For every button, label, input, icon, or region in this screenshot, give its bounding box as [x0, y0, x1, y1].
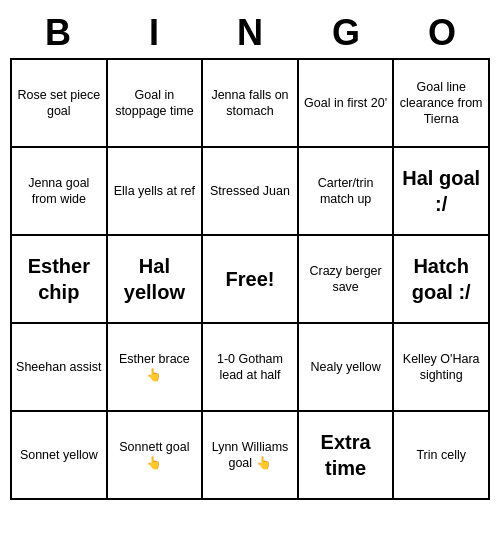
cell-text-24: Trin celly: [416, 447, 466, 463]
bingo-cell-11[interactable]: Hal yellow: [108, 236, 204, 324]
cell-text-0: Rose set piece goal: [15, 87, 103, 120]
bingo-cell-0[interactable]: Rose set piece goal: [12, 60, 108, 148]
cell-text-16: Esther brace 👆: [111, 351, 199, 384]
bingo-cell-4[interactable]: Goal line clearance from Tierna: [394, 60, 490, 148]
cell-text-20: Sonnet yellow: [20, 447, 98, 463]
bingo-cell-24[interactable]: Trin celly: [394, 412, 490, 500]
cell-text-7: Stressed Juan: [210, 183, 290, 199]
cell-text-8: Carter/trin match up: [302, 175, 390, 208]
bingo-cell-18[interactable]: Nealy yellow: [299, 324, 395, 412]
bingo-letter-o: O: [394, 8, 490, 58]
bingo-cell-1[interactable]: Goal in stoppage time: [108, 60, 204, 148]
cell-text-10: Esther chip: [15, 253, 103, 305]
bingo-letter-n: N: [202, 8, 298, 58]
cell-text-14: Hatch goal :/: [397, 253, 485, 305]
cell-text-23: Extra time: [302, 429, 390, 481]
cell-text-22: Lynn Williams goal 👆: [206, 439, 294, 472]
cell-text-9: Hal goal :/: [397, 165, 485, 217]
bingo-cell-15[interactable]: Sheehan assist: [12, 324, 108, 412]
bingo-header: BINGO: [10, 8, 490, 58]
bingo-cell-17[interactable]: 1-0 Gotham lead at half: [203, 324, 299, 412]
bingo-cell-8[interactable]: Carter/trin match up: [299, 148, 395, 236]
bingo-cell-5[interactable]: Jenna goal from wide: [12, 148, 108, 236]
bingo-cell-20[interactable]: Sonnet yellow: [12, 412, 108, 500]
bingo-grid: Rose set piece goalGoal in stoppage time…: [10, 58, 490, 500]
bingo-cell-19[interactable]: Kelley O'Hara sighting: [394, 324, 490, 412]
cell-text-4: Goal line clearance from Tierna: [397, 79, 485, 128]
cell-text-15: Sheehan assist: [16, 359, 101, 375]
cell-text-17: 1-0 Gotham lead at half: [206, 351, 294, 384]
bingo-cell-13[interactable]: Crazy berger save: [299, 236, 395, 324]
cell-text-11: Hal yellow: [111, 253, 199, 305]
cell-text-6: Ella yells at ref: [114, 183, 195, 199]
cell-text-18: Nealy yellow: [311, 359, 381, 375]
bingo-cell-7[interactable]: Stressed Juan: [203, 148, 299, 236]
cell-text-13: Crazy berger save: [302, 263, 390, 296]
bingo-cell-12[interactable]: Free!: [203, 236, 299, 324]
cell-text-2: Jenna falls on stomach: [206, 87, 294, 120]
cell-text-12: Free!: [226, 266, 275, 292]
bingo-cell-14[interactable]: Hatch goal :/: [394, 236, 490, 324]
bingo-cell-2[interactable]: Jenna falls on stomach: [203, 60, 299, 148]
bingo-letter-b: B: [10, 8, 106, 58]
bingo-cell-22[interactable]: Lynn Williams goal 👆: [203, 412, 299, 500]
bingo-letter-g: G: [298, 8, 394, 58]
bingo-cell-6[interactable]: Ella yells at ref: [108, 148, 204, 236]
bingo-cell-23[interactable]: Extra time: [299, 412, 395, 500]
bingo-cell-16[interactable]: Esther brace 👆: [108, 324, 204, 412]
bingo-cell-10[interactable]: Esther chip: [12, 236, 108, 324]
cell-text-19: Kelley O'Hara sighting: [397, 351, 485, 384]
cell-text-3: Goal in first 20': [304, 95, 387, 111]
bingo-cell-21[interactable]: Sonnett goal 👆: [108, 412, 204, 500]
bingo-cell-3[interactable]: Goal in first 20': [299, 60, 395, 148]
cell-text-5: Jenna goal from wide: [15, 175, 103, 208]
cell-text-1: Goal in stoppage time: [111, 87, 199, 120]
bingo-card: BINGO Rose set piece goalGoal in stoppag…: [10, 8, 490, 500]
bingo-letter-i: I: [106, 8, 202, 58]
bingo-cell-9[interactable]: Hal goal :/: [394, 148, 490, 236]
cell-text-21: Sonnett goal 👆: [111, 439, 199, 472]
